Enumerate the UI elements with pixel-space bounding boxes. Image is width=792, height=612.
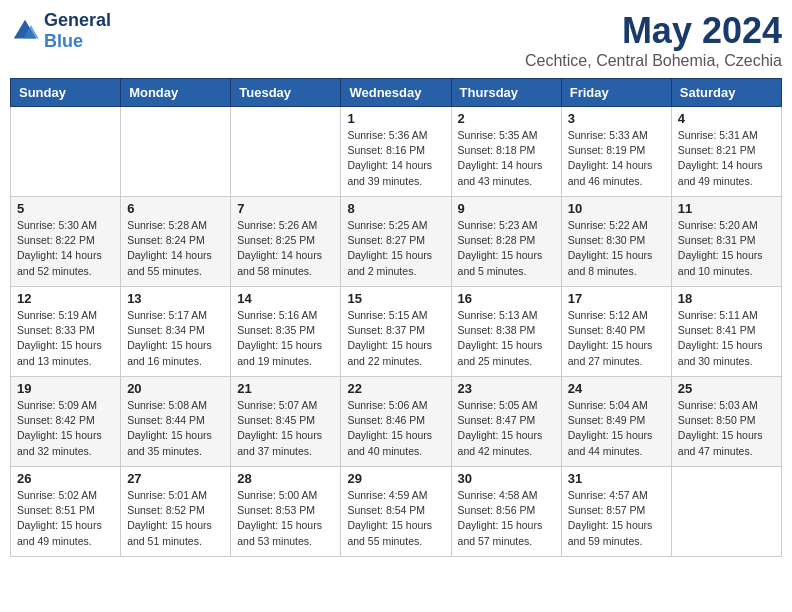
calendar-cell: 18Sunrise: 5:11 AM Sunset: 8:41 PM Dayli… — [671, 287, 781, 377]
day-number: 7 — [237, 201, 334, 216]
day-info: Sunrise: 4:59 AM Sunset: 8:54 PM Dayligh… — [347, 488, 444, 549]
calendar-cell: 15Sunrise: 5:15 AM Sunset: 8:37 PM Dayli… — [341, 287, 451, 377]
logo-icon — [10, 16, 40, 46]
day-number: 16 — [458, 291, 555, 306]
day-info: Sunrise: 5:12 AM Sunset: 8:40 PM Dayligh… — [568, 308, 665, 369]
calendar-cell: 24Sunrise: 5:04 AM Sunset: 8:49 PM Dayli… — [561, 377, 671, 467]
logo-text-blue: Blue — [44, 31, 83, 51]
title-area: May 2024 Cechtice, Central Bohemia, Czec… — [525, 10, 782, 70]
day-number: 11 — [678, 201, 775, 216]
day-number: 1 — [347, 111, 444, 126]
day-number: 4 — [678, 111, 775, 126]
day-info: Sunrise: 5:33 AM Sunset: 8:19 PM Dayligh… — [568, 128, 665, 189]
calendar-cell: 9Sunrise: 5:23 AM Sunset: 8:28 PM Daylig… — [451, 197, 561, 287]
day-number: 6 — [127, 201, 224, 216]
day-number: 23 — [458, 381, 555, 396]
day-number: 10 — [568, 201, 665, 216]
calendar-cell: 20Sunrise: 5:08 AM Sunset: 8:44 PM Dayli… — [121, 377, 231, 467]
calendar-cell: 11Sunrise: 5:20 AM Sunset: 8:31 PM Dayli… — [671, 197, 781, 287]
calendar-cell: 6Sunrise: 5:28 AM Sunset: 8:24 PM Daylig… — [121, 197, 231, 287]
day-info: Sunrise: 5:04 AM Sunset: 8:49 PM Dayligh… — [568, 398, 665, 459]
calendar-cell: 5Sunrise: 5:30 AM Sunset: 8:22 PM Daylig… — [11, 197, 121, 287]
weekday-header-friday: Friday — [561, 79, 671, 107]
calendar-week-row: 26Sunrise: 5:02 AM Sunset: 8:51 PM Dayli… — [11, 467, 782, 557]
location-title: Cechtice, Central Bohemia, Czechia — [525, 52, 782, 70]
day-info: Sunrise: 5:16 AM Sunset: 8:35 PM Dayligh… — [237, 308, 334, 369]
calendar-cell: 10Sunrise: 5:22 AM Sunset: 8:30 PM Dayli… — [561, 197, 671, 287]
day-number: 17 — [568, 291, 665, 306]
day-info: Sunrise: 5:09 AM Sunset: 8:42 PM Dayligh… — [17, 398, 114, 459]
day-info: Sunrise: 5:02 AM Sunset: 8:51 PM Dayligh… — [17, 488, 114, 549]
calendar-cell: 2Sunrise: 5:35 AM Sunset: 8:18 PM Daylig… — [451, 107, 561, 197]
day-info: Sunrise: 5:08 AM Sunset: 8:44 PM Dayligh… — [127, 398, 224, 459]
day-info: Sunrise: 5:00 AM Sunset: 8:53 PM Dayligh… — [237, 488, 334, 549]
page-header: General Blue May 2024 Cechtice, Central … — [10, 10, 782, 70]
day-number: 24 — [568, 381, 665, 396]
day-info: Sunrise: 5:35 AM Sunset: 8:18 PM Dayligh… — [458, 128, 555, 189]
day-number: 29 — [347, 471, 444, 486]
day-number: 27 — [127, 471, 224, 486]
calendar-cell: 25Sunrise: 5:03 AM Sunset: 8:50 PM Dayli… — [671, 377, 781, 467]
calendar-cell: 26Sunrise: 5:02 AM Sunset: 8:51 PM Dayli… — [11, 467, 121, 557]
day-info: Sunrise: 4:57 AM Sunset: 8:57 PM Dayligh… — [568, 488, 665, 549]
logo: General Blue — [10, 10, 111, 52]
day-info: Sunrise: 5:23 AM Sunset: 8:28 PM Dayligh… — [458, 218, 555, 279]
day-number: 9 — [458, 201, 555, 216]
calendar-cell: 7Sunrise: 5:26 AM Sunset: 8:25 PM Daylig… — [231, 197, 341, 287]
day-info: Sunrise: 5:01 AM Sunset: 8:52 PM Dayligh… — [127, 488, 224, 549]
day-info: Sunrise: 5:03 AM Sunset: 8:50 PM Dayligh… — [678, 398, 775, 459]
calendar-cell: 1Sunrise: 5:36 AM Sunset: 8:16 PM Daylig… — [341, 107, 451, 197]
weekday-header-wednesday: Wednesday — [341, 79, 451, 107]
calendar-cell: 21Sunrise: 5:07 AM Sunset: 8:45 PM Dayli… — [231, 377, 341, 467]
day-info: Sunrise: 5:13 AM Sunset: 8:38 PM Dayligh… — [458, 308, 555, 369]
day-number: 5 — [17, 201, 114, 216]
calendar-table: SundayMondayTuesdayWednesdayThursdayFrid… — [10, 78, 782, 557]
day-number: 8 — [347, 201, 444, 216]
calendar-cell: 23Sunrise: 5:05 AM Sunset: 8:47 PM Dayli… — [451, 377, 561, 467]
day-info: Sunrise: 5:30 AM Sunset: 8:22 PM Dayligh… — [17, 218, 114, 279]
day-info: Sunrise: 5:19 AM Sunset: 8:33 PM Dayligh… — [17, 308, 114, 369]
day-number: 15 — [347, 291, 444, 306]
day-number: 12 — [17, 291, 114, 306]
day-info: Sunrise: 5:06 AM Sunset: 8:46 PM Dayligh… — [347, 398, 444, 459]
calendar-cell: 13Sunrise: 5:17 AM Sunset: 8:34 PM Dayli… — [121, 287, 231, 377]
calendar-cell: 31Sunrise: 4:57 AM Sunset: 8:57 PM Dayli… — [561, 467, 671, 557]
day-number: 2 — [458, 111, 555, 126]
calendar-cell: 30Sunrise: 4:58 AM Sunset: 8:56 PM Dayli… — [451, 467, 561, 557]
calendar-week-row: 5Sunrise: 5:30 AM Sunset: 8:22 PM Daylig… — [11, 197, 782, 287]
calendar-cell: 3Sunrise: 5:33 AM Sunset: 8:19 PM Daylig… — [561, 107, 671, 197]
day-number: 14 — [237, 291, 334, 306]
day-number: 3 — [568, 111, 665, 126]
calendar-cell — [121, 107, 231, 197]
day-number: 25 — [678, 381, 775, 396]
calendar-week-row: 1Sunrise: 5:36 AM Sunset: 8:16 PM Daylig… — [11, 107, 782, 197]
calendar-week-row: 19Sunrise: 5:09 AM Sunset: 8:42 PM Dayli… — [11, 377, 782, 467]
calendar-cell: 12Sunrise: 5:19 AM Sunset: 8:33 PM Dayli… — [11, 287, 121, 377]
day-info: Sunrise: 5:26 AM Sunset: 8:25 PM Dayligh… — [237, 218, 334, 279]
day-info: Sunrise: 5:11 AM Sunset: 8:41 PM Dayligh… — [678, 308, 775, 369]
calendar-cell: 4Sunrise: 5:31 AM Sunset: 8:21 PM Daylig… — [671, 107, 781, 197]
month-title: May 2024 — [525, 10, 782, 52]
calendar-cell: 22Sunrise: 5:06 AM Sunset: 8:46 PM Dayli… — [341, 377, 451, 467]
day-number: 21 — [237, 381, 334, 396]
day-info: Sunrise: 5:07 AM Sunset: 8:45 PM Dayligh… — [237, 398, 334, 459]
calendar-cell: 28Sunrise: 5:00 AM Sunset: 8:53 PM Dayli… — [231, 467, 341, 557]
day-info: Sunrise: 5:15 AM Sunset: 8:37 PM Dayligh… — [347, 308, 444, 369]
day-info: Sunrise: 5:20 AM Sunset: 8:31 PM Dayligh… — [678, 218, 775, 279]
calendar-cell: 17Sunrise: 5:12 AM Sunset: 8:40 PM Dayli… — [561, 287, 671, 377]
calendar-cell: 16Sunrise: 5:13 AM Sunset: 8:38 PM Dayli… — [451, 287, 561, 377]
day-number: 13 — [127, 291, 224, 306]
calendar-cell: 19Sunrise: 5:09 AM Sunset: 8:42 PM Dayli… — [11, 377, 121, 467]
day-number: 19 — [17, 381, 114, 396]
calendar-cell — [231, 107, 341, 197]
calendar-cell: 14Sunrise: 5:16 AM Sunset: 8:35 PM Dayli… — [231, 287, 341, 377]
weekday-header-monday: Monday — [121, 79, 231, 107]
calendar-cell: 8Sunrise: 5:25 AM Sunset: 8:27 PM Daylig… — [341, 197, 451, 287]
calendar-cell — [671, 467, 781, 557]
day-info: Sunrise: 5:17 AM Sunset: 8:34 PM Dayligh… — [127, 308, 224, 369]
day-number: 26 — [17, 471, 114, 486]
day-info: Sunrise: 5:31 AM Sunset: 8:21 PM Dayligh… — [678, 128, 775, 189]
weekday-header-saturday: Saturday — [671, 79, 781, 107]
weekday-header-tuesday: Tuesday — [231, 79, 341, 107]
day-info: Sunrise: 5:25 AM Sunset: 8:27 PM Dayligh… — [347, 218, 444, 279]
